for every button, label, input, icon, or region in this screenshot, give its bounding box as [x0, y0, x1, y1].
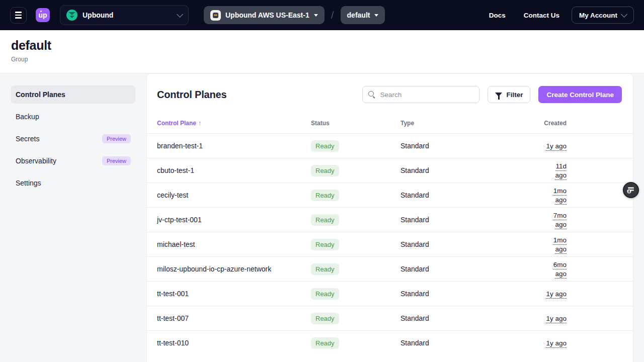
status-badge: Ready [311, 239, 339, 250]
control-plane-name[interactable]: milosz-upbound-io-cp-azure-network [157, 265, 311, 273]
control-plane-name[interactable]: branden-test-1 [157, 142, 311, 150]
search-box [362, 86, 479, 103]
column-header-status[interactable]: Status [311, 120, 400, 127]
table-row[interactable]: michael-testReadyStandard1mo ago [147, 232, 633, 256]
sidebar-item-control-planes[interactable]: Control Planes [11, 85, 135, 104]
sort-ascending-icon: ↑ [198, 120, 201, 127]
table-row[interactable]: cbuto-test-1ReadyStandard11d ago [147, 158, 633, 183]
control-plane-name[interactable]: tt-test-010 [157, 339, 311, 347]
created-timestamp: 1mo ago [553, 187, 567, 204]
create-control-plane-button[interactable]: Create Control Plane [538, 86, 622, 103]
control-plane-type: Standard [400, 265, 544, 273]
control-plane-name[interactable]: cecily-test [157, 191, 311, 199]
table-row[interactable]: tt-test-007ReadyStandard1y ago [147, 306, 633, 330]
control-plane-type: Standard [400, 314, 544, 322]
table-header: Control Plane↑StatusTypeCreated [147, 113, 633, 133]
status-badge: Ready [311, 288, 339, 300]
sidebar-item-label: Settings [16, 179, 41, 187]
content-area: Control PlanesBackupSecretsPreviewObserv… [0, 73, 644, 362]
control-plane-name[interactable]: michael-test [157, 240, 311, 248]
my-account-label: My Account [579, 12, 617, 19]
space-select[interactable]: Upbound AWS US-East-1 [204, 6, 325, 24]
docs-link[interactable]: Docs [489, 12, 506, 19]
table-row[interactable]: cecily-testReadyStandard1mo ago [147, 183, 633, 207]
control-plane-name[interactable]: cbuto-test-1 [157, 166, 311, 174]
organization-select[interactable]: Upbound [60, 5, 189, 25]
sidebar: Control PlanesBackupSecretsPreviewObserv… [0, 73, 146, 362]
status-badge: Ready [311, 313, 339, 324]
column-header-created[interactable]: Created [544, 120, 633, 127]
my-account-button[interactable]: My Account [572, 7, 634, 24]
upbound-logo[interactable]: up [36, 8, 50, 22]
sidebar-item-secrets[interactable]: SecretsPreview [11, 130, 135, 148]
control-plane-type: Standard [400, 166, 544, 174]
status-badge: Ready [311, 140, 339, 152]
control-plane-type: Standard [400, 290, 544, 298]
hamburger-icon [15, 12, 22, 13]
created-timestamp: 1mo ago [553, 236, 567, 253]
control-plane-name[interactable]: tt-test-001 [157, 290, 311, 298]
upbound-logo-text: up [38, 11, 47, 19]
chevron-down-icon [621, 11, 627, 18]
panel-header: Control Planes Filter Create Control Pla… [147, 74, 633, 113]
status-badge: Ready [311, 190, 339, 201]
group-select[interactable]: default [341, 6, 385, 24]
status-badge: Ready [311, 165, 339, 176]
column-header-control-plane[interactable]: Control Plane↑ [157, 120, 311, 127]
group-name: default [347, 11, 370, 19]
column-header-type[interactable]: Type [400, 120, 544, 127]
organization-avatar [66, 10, 77, 21]
control-plane-name[interactable]: tt-test-007 [157, 314, 311, 322]
created-timestamp: 1y ago [546, 142, 567, 150]
page-title: default [11, 38, 633, 53]
preview-badge: Preview [102, 134, 131, 143]
hamburger-menu-button[interactable] [10, 7, 27, 24]
table-row[interactable]: milosz-upbound-io-cp-azure-networkReadyS… [147, 256, 633, 281]
status-badge: Ready [311, 214, 339, 226]
control-plane-type: Standard [400, 216, 544, 224]
filter-button[interactable]: Filter [488, 86, 530, 103]
caret-down-icon [314, 14, 318, 17]
resource-center-widget-button[interactable] [623, 182, 639, 198]
table-body: branden-test-1ReadyStandard1y agocbuto-t… [147, 133, 633, 355]
control-plane-type: Standard [400, 339, 544, 347]
top-navbar: up Upbound Upbound AWS US-East-1 / defau… [0, 0, 644, 30]
sidebar-item-settings[interactable]: Settings [11, 174, 135, 192]
page-subtitle: Group [11, 56, 633, 63]
space-name: Upbound AWS US-East-1 [225, 11, 309, 19]
table-row[interactable]: tt-test-001ReadyStandard1y ago [147, 281, 633, 306]
created-timestamp: 6mo ago [553, 261, 567, 278]
sidebar-item-label: Backup [16, 113, 39, 121]
created-timestamp: 7mo ago [553, 212, 567, 228]
control-plane-name[interactable]: jv-ctp-test-001 [157, 216, 311, 224]
sidebar-item-backup[interactable]: Backup [11, 108, 135, 126]
sidebar-item-label: Secrets [16, 135, 39, 143]
contact-us-link[interactable]: Contact Us [524, 12, 559, 19]
sidebar-item-label: Observability [16, 157, 56, 165]
search-icon [368, 90, 376, 99]
status-badge: Ready [311, 263, 339, 275]
table-row[interactable]: branden-test-1ReadyStandard1y ago [147, 133, 633, 158]
preview-badge: Preview [102, 156, 131, 165]
control-plane-type: Standard [400, 142, 544, 150]
created-timestamp: 1y ago [546, 290, 567, 298]
panel-title: Control Planes [157, 89, 354, 101]
created-timestamp: 1y ago [546, 315, 567, 322]
sidebar-item-observability[interactable]: ObservabilityPreview [11, 152, 135, 170]
breadcrumb-separator: / [331, 9, 334, 21]
created-timestamp: 1y ago [546, 339, 567, 347]
table-row[interactable]: tt-test-010ReadyStandard1y ago [147, 330, 633, 355]
filter-funnel-icon [495, 93, 502, 97]
control-plane-type: Standard [400, 240, 544, 248]
status-badge: Ready [311, 337, 339, 349]
resource-center-icon [626, 186, 635, 195]
search-input[interactable] [380, 91, 474, 99]
space-icon [210, 10, 221, 21]
control-plane-type: Standard [400, 191, 544, 199]
caret-down-icon [374, 14, 378, 17]
table-row[interactable]: jv-ctp-test-001ReadyStandard7mo ago [147, 207, 633, 232]
control-planes-panel: Control Planes Filter Create Control Pla… [146, 73, 633, 362]
sidebar-item-label: Control Planes [16, 90, 65, 99]
page-header: default Group [0, 30, 644, 73]
chevron-down-icon [177, 11, 183, 18]
